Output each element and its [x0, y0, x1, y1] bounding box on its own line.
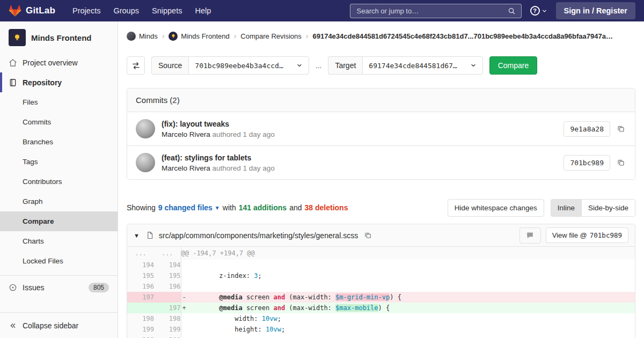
and-label: and [289, 203, 302, 212]
code-line [181, 335, 635, 338]
sidebar-item-branches[interactable]: Branches [0, 132, 118, 152]
commit-author-avatar[interactable] [136, 153, 155, 172]
search-icon [508, 7, 516, 15]
commit-author-link[interactable]: Marcelo Rivera [162, 130, 210, 138]
commit-author-avatar[interactable] [136, 119, 155, 138]
commit-sha-label[interactable]: 701bc989 [564, 155, 610, 171]
toggle-comments-button[interactable] [519, 227, 541, 244]
breadcrumb-sha-range: 69174e34cde844581d6724545c4e68f243cb81d7… [312, 32, 616, 40]
file-document-icon [146, 231, 154, 239]
sidebar-item-tags[interactable]: Tags [0, 152, 118, 172]
old-line-number[interactable]: 195 [127, 270, 154, 281]
new-line-number[interactable]: 194 [154, 260, 181, 270]
new-line-number[interactable]: 196 [154, 281, 181, 292]
sidebar-item-charts[interactable]: Charts [0, 231, 118, 251]
breadcrumb-minds[interactable]: Minds [127, 32, 158, 41]
copy-icon [617, 158, 625, 167]
breadcrumb-label: Minds Frontend [181, 32, 229, 40]
copy-file-path-button[interactable] [363, 230, 373, 240]
revision-range-dots: ... [316, 61, 322, 70]
home-icon [9, 58, 17, 67]
project-sidebar: Minds Frontend Project overviewRepositor… [0, 21, 118, 338]
global-search[interactable] [350, 4, 522, 18]
hide-whitespace-button[interactable]: Hide whitespace changes [448, 199, 544, 217]
sidebar-item-project-overview[interactable]: Project overview [0, 53, 118, 72]
old-line-number[interactable]: 198 [127, 313, 154, 324]
breadcrumb-compare-revisions[interactable]: Compare Revisions [240, 32, 301, 40]
help-menu[interactable]: ? [530, 6, 547, 16]
commit-title-link[interactable]: (fix): layout tweaks [162, 120, 275, 128]
diff-line-row: 197+ @media screen and (max-width: $max-… [127, 303, 635, 313]
sidebar-item-label: Contributors [23, 178, 62, 186]
copy-sha-button[interactable] [616, 157, 626, 168]
sidebar-item-files[interactable]: Files [0, 92, 118, 112]
swap-arrows-icon [131, 61, 141, 70]
changed-files-dropdown[interactable]: 9 changed files ▼ [158, 203, 220, 212]
sidebar-item-repository[interactable]: Repository [0, 72, 118, 92]
new-line-number[interactable]: 197 [154, 303, 181, 313]
diff-hunk-row: ......@@ -194,7 +194,7 @@ [127, 247, 635, 260]
sidebar-item-label: Charts [23, 237, 44, 245]
commit-title-link[interactable]: (feat): stylings for tablets [162, 153, 275, 162]
old-line-number[interactable]: 194 [127, 260, 154, 270]
diff-line-row: 198198 width: 10vw; [127, 313, 635, 324]
nav-item-groups[interactable]: Groups [107, 1, 145, 20]
source-branch-dropdown[interactable]: 701bc989eebe4b3a4ccd… [188, 56, 309, 75]
commit-row: (fix): layout tweaksMarcelo Rivera autho… [127, 112, 635, 145]
breadcrumb-minds-frontend[interactable]: Minds Frontend [169, 32, 229, 41]
sidebar-item-commits[interactable]: Commits [0, 112, 118, 132]
new-line-number[interactable] [154, 292, 181, 303]
old-line-number[interactable]: 199 [127, 324, 154, 335]
commits-panel: Commits (2) (fix): layout tweaksMarcelo … [127, 88, 635, 180]
commit-author-link[interactable]: Marcelo Rivera [162, 164, 210, 172]
top-navbar: GitLab ProjectsGroupsSnippetsHelp ? Sign… [0, 0, 644, 21]
side-by-side-view-button[interactable]: Side-by-side [581, 199, 635, 217]
new-line-number[interactable]: 195 [154, 270, 181, 281]
diff-line-row: 196196 [127, 281, 635, 292]
compare-button[interactable]: Compare [489, 56, 538, 75]
minds-group-avatar [127, 32, 136, 41]
new-line-number[interactable]: 199 [154, 324, 181, 335]
source-label: Source [151, 56, 188, 75]
view-file-button[interactable]: View file @ 701bc989 [546, 227, 628, 243]
sidebar-item-compare[interactable]: Compare [0, 211, 118, 231]
project-name: Minds Frontend [31, 33, 92, 42]
sidebar-item-contributors[interactable]: Contributors [0, 172, 118, 192]
inline-view-button[interactable]: Inline [551, 199, 582, 217]
lightbulb-icon [12, 33, 22, 42]
collapse-sidebar-button[interactable]: Collapse sidebar [0, 312, 118, 338]
new-line-number[interactable]: 198 [154, 313, 181, 324]
sidebar-item-locked-files[interactable]: Locked Files [0, 251, 118, 271]
commit-sha-label[interactable]: 9e1a8a28 [564, 121, 610, 137]
commit-meta: Marcelo Rivera authored 1 day ago [162, 164, 275, 172]
diff-table: ......@@ -194,7 +194,7 @@194194 195195 z… [127, 247, 635, 338]
target-branch-dropdown[interactable]: 69174e34cde844581d67… [362, 56, 482, 75]
collapse-diff-caret-icon[interactable]: ▼ [134, 232, 141, 239]
new-line-number: ... [154, 247, 181, 260]
diff-file-path[interactable]: src/app/common/components/marketing/styl… [159, 231, 358, 240]
project-header[interactable]: Minds Frontend [0, 21, 118, 53]
sign-in-register-button[interactable]: Sign in / Register [556, 2, 635, 19]
target-group: Target 69174e34cde844581d67… [328, 56, 482, 75]
question-circle-icon: ? [530, 6, 540, 16]
diff-line-row: 199199 height: 10vw; [127, 324, 635, 335]
nav-item-snippets[interactable]: Snippets [145, 1, 188, 20]
old-line-number[interactable]: 196 [127, 281, 154, 292]
search-input[interactable] [356, 6, 508, 16]
nav-item-projects[interactable]: Projects [66, 1, 107, 20]
lightbulb-icon [171, 33, 176, 39]
sidebar-item-issues[interactable]: Issues 805 [0, 275, 118, 299]
old-line-number[interactable] [127, 303, 154, 313]
sidebar-item-label: Files [23, 98, 38, 106]
new-line-number[interactable]: 200 [154, 335, 181, 338]
old-line-number[interactable]: 200 [127, 335, 154, 338]
nav-item-help[interactable]: Help [188, 1, 217, 20]
sidebar-item-graph[interactable]: Graph [0, 192, 118, 211]
gitlab-home-link[interactable]: GitLab [9, 5, 55, 17]
code-line: z-index: 3; [181, 270, 635, 281]
chevron-down-icon [296, 62, 303, 69]
code-line: - @media screen and (max-width: $m-grid-… [181, 292, 635, 303]
swap-revisions-button[interactable] [127, 56, 145, 75]
copy-sha-button[interactable] [616, 123, 626, 134]
old-line-number[interactable]: 197 [127, 292, 154, 303]
